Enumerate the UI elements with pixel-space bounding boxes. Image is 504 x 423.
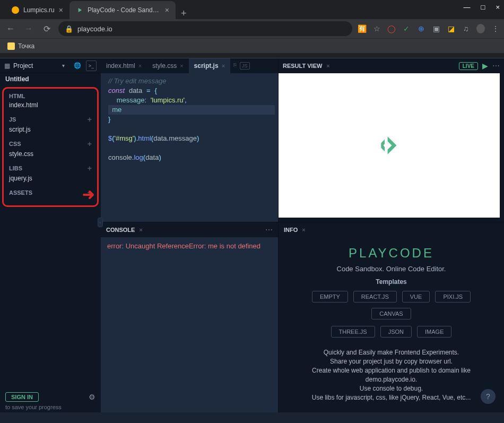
- group-label: LIBS: [9, 165, 22, 171]
- close-icon[interactable]: ×: [496, 3, 500, 11]
- terminal-icon[interactable]: >_: [86, 61, 97, 71]
- annotation-arrow-icon: [82, 188, 98, 204]
- lock-icon: 🔒: [65, 25, 73, 33]
- sidebar-footer: SIGN IN ⚙ to save your progress: [0, 388, 101, 412]
- more-icon[interactable]: ⋯: [492, 62, 500, 70]
- close-icon[interactable]: ×: [165, 6, 169, 14]
- editor-tab-index[interactable]: index.html×: [101, 58, 147, 73]
- add-icon[interactable]: +: [88, 140, 92, 148]
- close-icon[interactable]: ×: [139, 227, 142, 233]
- ext-icon[interactable]: ◪: [447, 24, 455, 33]
- play-icon[interactable]: ▶: [482, 62, 488, 70]
- file-group-js: JS+ script.js: [6, 113, 95, 137]
- info-line: Share your project just by copy browser …: [294, 357, 488, 366]
- url-field[interactable]: 🔒 playcode.io: [58, 21, 352, 36]
- playlist-icon[interactable]: ♫: [462, 24, 470, 33]
- live-badge[interactable]: LIVE: [459, 62, 478, 70]
- gear-icon[interactable]: ⚙: [89, 393, 95, 401]
- close-icon[interactable]: ×: [180, 63, 183, 69]
- lang-badge[interactable]: JS: [240, 62, 250, 70]
- result-iframe[interactable]: [279, 73, 500, 218]
- file-group-assets: ASSETS+: [6, 186, 95, 201]
- ext-icon[interactable]: ◯: [387, 24, 396, 33]
- close-icon[interactable]: ×: [138, 63, 142, 69]
- templates-row-1: EMPTY REACT.JS VUE PIXI.JS CANVAS: [294, 291, 488, 320]
- add-icon[interactable]: +: [88, 115, 92, 124]
- more-icon[interactable]: ⋯: [265, 226, 273, 234]
- copy-icon[interactable]: ⎘: [233, 62, 237, 70]
- app-root: ▦ Project ▾ 🌐 >_ Untitled HTML index.htm…: [0, 58, 504, 412]
- console-tab-label[interactable]: CONSOLE: [106, 227, 135, 233]
- bottom-row: CONSOLE× ⋯ error: Uncaught ReferenceErro…: [101, 222, 504, 412]
- help-button[interactable]: ?: [481, 389, 496, 404]
- template-button[interactable]: VUE: [402, 291, 430, 303]
- star-icon[interactable]: ☆: [372, 24, 381, 33]
- template-button[interactable]: REACT.JS: [353, 291, 397, 303]
- minimize-icon[interactable]: —: [464, 3, 471, 11]
- close-icon[interactable]: ×: [222, 63, 225, 69]
- ext-icon[interactable]: ✓: [402, 24, 411, 33]
- reload-icon[interactable]: ⟳: [40, 24, 53, 34]
- file-item[interactable]: index.html: [9, 100, 92, 110]
- bookmarks-bar: Точка: [0, 38, 504, 53]
- translate-icon[interactable]: 🈶: [358, 24, 366, 33]
- template-button[interactable]: JSON: [380, 326, 412, 338]
- ext-icon[interactable]: ▣: [432, 24, 440, 33]
- close-icon[interactable]: ×: [59, 6, 63, 14]
- bookmark-item[interactable]: Точка: [18, 42, 34, 50]
- template-button[interactable]: IMAGE: [417, 326, 451, 338]
- tab-label: style.css: [152, 62, 177, 70]
- forward-icon[interactable]: →: [22, 24, 35, 33]
- add-icon[interactable]: +: [88, 164, 92, 172]
- info-line: Quickly and Easily make Frontend Experim…: [294, 348, 488, 357]
- tab-strip: Lumpics.ru × PlayCode - Code Sandbox. On…: [0, 0, 504, 19]
- info-line: Use console to debug.: [294, 384, 488, 393]
- grid-icon[interactable]: ▦: [4, 62, 10, 70]
- footer-text: to save your progress: [5, 404, 95, 410]
- playcode-logo-icon: [375, 131, 404, 160]
- editor-tab-script[interactable]: script.js×: [189, 58, 230, 73]
- file-item[interactable]: style.css: [9, 149, 92, 159]
- file-item[interactable]: jquery.js: [9, 174, 92, 183]
- project-label[interactable]: Project: [13, 62, 59, 70]
- result-panel: RESULT VIEW× LIVE ▶ ⋯: [279, 58, 504, 222]
- template-button[interactable]: THREE.JS: [331, 326, 375, 338]
- chevron-down-icon[interactable]: ▾: [62, 63, 65, 68]
- templates-row-2: THREE.JS JSON IMAGE: [331, 326, 452, 338]
- sidebar: ▦ Project ▾ 🌐 >_ Untitled HTML index.htm…: [0, 58, 101, 412]
- file-item[interactable]: script.js: [9, 125, 92, 134]
- templates-heading: Templates: [376, 278, 406, 286]
- project-title[interactable]: Untitled: [0, 73, 101, 87]
- globe-icon[interactable]: 🌐: [72, 61, 83, 71]
- browser-tab-1[interactable]: PlayCode - Code Sandbox. Onlin ×: [69, 1, 176, 19]
- console-output[interactable]: error: Uncaught ReferenceError: me is no…: [101, 237, 278, 412]
- editor-tab-style[interactable]: style.css×: [147, 58, 188, 73]
- close-icon[interactable]: ×: [326, 63, 329, 69]
- info-tab-label[interactable]: INFO: [284, 227, 298, 233]
- editor-tabs: index.html× style.css× script.js× ⎘ JS: [101, 58, 278, 73]
- info-body: PLAYCODE Code Sandbox. Online Code Edito…: [279, 237, 504, 412]
- result-tab-label[interactable]: RESULT VIEW: [283, 63, 322, 69]
- new-tab-button[interactable]: +: [176, 8, 192, 19]
- sidebar-header: ▦ Project ▾ 🌐 >_: [0, 58, 101, 73]
- tagline: Code Sandbox. Online Code Editor.: [337, 265, 446, 273]
- maximize-icon[interactable]: □: [481, 3, 485, 11]
- browser-tab-0[interactable]: Lumpics.ru ×: [5, 1, 69, 19]
- group-label: JS: [9, 116, 16, 123]
- ext-icon[interactable]: ⊕: [417, 24, 425, 33]
- work-area: ‹ index.html× style.css× script.js× ⎘ JS…: [101, 58, 504, 412]
- close-icon[interactable]: ×: [302, 227, 305, 233]
- code-editor[interactable]: // Try edit message const data = { messa…: [101, 73, 278, 222]
- console-panel: CONSOLE× ⋯ error: Uncaught ReferenceErro…: [101, 222, 279, 412]
- menu-icon[interactable]: ⋮: [491, 24, 500, 33]
- browser-chrome: Lumpics.ru × PlayCode - Code Sandbox. On…: [0, 0, 504, 58]
- template-button[interactable]: EMPTY: [312, 291, 348, 303]
- back-icon[interactable]: ←: [4, 24, 17, 33]
- template-button[interactable]: CANVAS: [371, 308, 411, 320]
- splitter-handle[interactable]: ‹: [98, 218, 103, 227]
- info-panel: INFO× PLAYCODE Code Sandbox. Online Code…: [279, 222, 504, 412]
- template-button[interactable]: PIXI.JS: [435, 291, 471, 303]
- signin-button[interactable]: SIGN IN: [5, 392, 39, 402]
- info-line: Create whole web application and publish…: [294, 366, 488, 384]
- avatar-icon[interactable]: [476, 24, 485, 33]
